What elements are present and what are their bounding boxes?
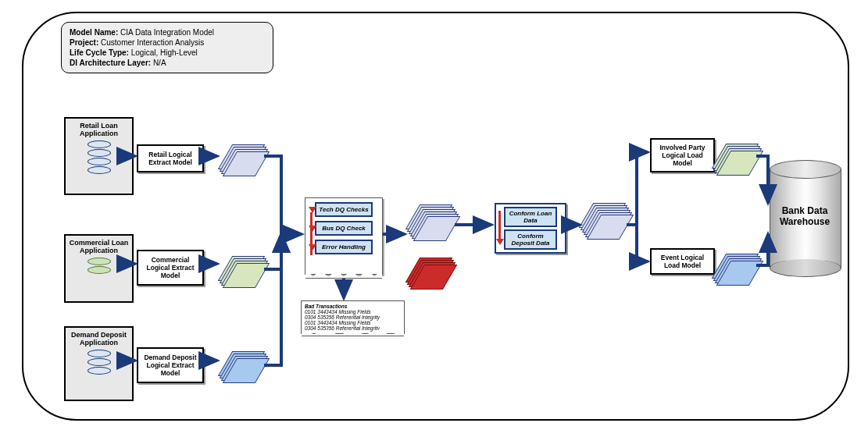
event-load: Event Logical Load Model [650,248,715,275]
bad-transactions-note: Bad Transactions 0101 3443434 Missing Fi… [301,300,405,334]
deposit-app-label: Demand Deposit Application [66,331,132,346]
deposit-disk-icon [66,350,132,375]
diagram-canvas: Model Name: CIA Data Integration Model P… [0,0,868,430]
clean-stack [413,204,448,242]
retail-app-label: Retail Loan Application [66,122,132,137]
involved-party-load: Involved Party Logical Load Model [650,138,715,172]
commercial-loan-app: Commercial Loan Application [64,234,134,303]
retail-extract-box: Retail Logical Extract Model [137,144,204,172]
deposit-output-stack [225,351,261,379]
commercial-disk-icon [66,258,132,274]
demand-deposit-app: Demand Deposit Application [64,326,134,401]
error-handling-step: Error Handling [315,240,373,254]
warehouse-label: Bank Data Warehouse [770,205,840,227]
retail-disk-icon [66,140,132,174]
commercial-output-stack [225,256,261,284]
retail-output-stack [225,144,261,172]
warehouse-cylinder: Bank Data Warehouse [770,160,840,277]
deposit-extract-box: Demand Deposit Logical Extract Model [137,347,204,383]
reject-stack [413,258,448,286]
bus-dq-step: Bus DQ Check [315,221,373,236]
conform-process: Conform Loan Data Conform Deposit Data [495,203,566,254]
conform-loan-step: Conform Loan Data [504,207,557,227]
conformed-stack [586,203,622,240]
conform-deposit-step: Conform Deposit Data [504,229,557,250]
party-output-stack [719,144,755,172]
dq-process: Tech DQ Checks Bus DQ Check Error Handli… [305,197,383,275]
commercial-extract-box: Commercial Logical Extract Model [137,250,204,286]
commercial-app-label: Commercial Loan Application [66,239,132,254]
retail-loan-app: Retail Loan Application [64,117,134,195]
event-output-stack [719,254,755,282]
model-legend: Model Name: CIA Data Integration Model P… [61,22,273,73]
tech-dq-step: Tech DQ Checks [315,202,373,217]
